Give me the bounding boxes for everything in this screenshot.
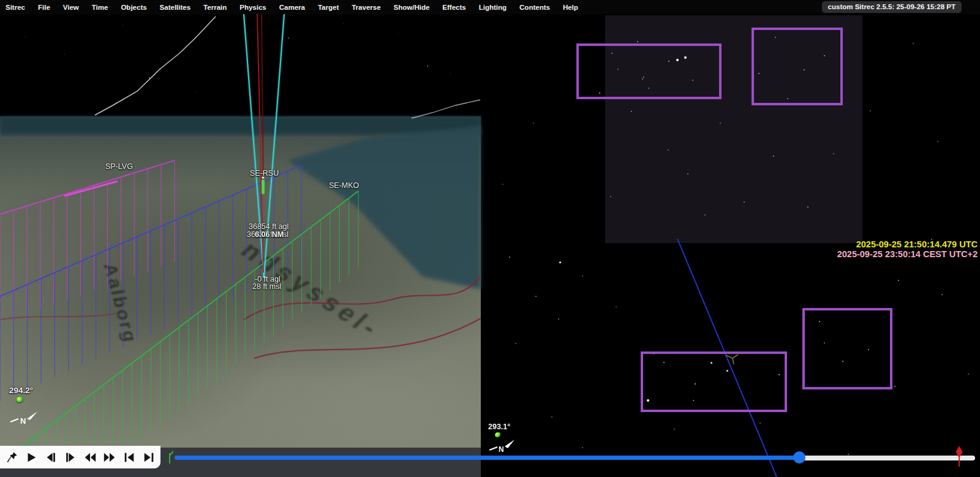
- track-label-semko: SE-MKO: [329, 181, 359, 190]
- menu-physics[interactable]: Physics: [239, 4, 266, 11]
- star: [913, 43, 914, 44]
- star: [898, 280, 899, 281]
- menu-time[interactable]: Time: [92, 4, 108, 11]
- star: [637, 41, 638, 42]
- menu-terrain[interactable]: Terrain: [203, 4, 227, 11]
- step-forward-button[interactable]: [62, 449, 78, 465]
- star: [398, 34, 399, 34]
- step-back-icon: [44, 451, 58, 464]
- star: [149, 77, 150, 78]
- star: [720, 122, 721, 124]
- star: [610, 196, 611, 197]
- star: [559, 261, 561, 263]
- step-forward-icon: [64, 451, 77, 464]
- star: [631, 111, 632, 112]
- star: [668, 149, 669, 151]
- star: [848, 454, 849, 455]
- star: [551, 416, 552, 418]
- menu-file[interactable]: File: [38, 4, 50, 11]
- menu-traverse[interactable]: Traverse: [352, 4, 380, 11]
- menu-target[interactable]: Target: [318, 4, 339, 11]
- timeline-track[interactable]: [799, 456, 975, 460]
- detection-box: [641, 351, 787, 412]
- menu-show-hide[interactable]: Show/Hide: [394, 4, 430, 11]
- star: [450, 73, 451, 74]
- menu-satellites[interactable]: Satellites: [160, 4, 191, 11]
- star: [760, 423, 761, 424]
- timeline-progress[interactable]: [175, 456, 799, 460]
- compass-heading-right: 293.1°: [488, 423, 510, 431]
- star: [509, 257, 510, 258]
- utc-timestamp: 2025-09-25 21:50:14.479 UTC: [856, 239, 978, 249]
- menu-contents[interactable]: Contents: [519, 4, 550, 11]
- terrain-map-view[interactable]: Aalborg ndsyssel-: [0, 116, 481, 448]
- target-agl-readout: 36854 ft agl: [249, 223, 288, 231]
- detection-box: [752, 28, 843, 105]
- star: [616, 306, 617, 307]
- star: [687, 173, 688, 175]
- menu-objects[interactable]: Objects: [121, 4, 146, 11]
- menu-view[interactable]: View: [63, 4, 79, 11]
- north-letter-right: N: [499, 445, 504, 454]
- star: [870, 110, 871, 111]
- star: [937, 141, 938, 142]
- fast-forward-button[interactable]: [102, 449, 118, 465]
- rewind-button[interactable]: [82, 449, 98, 465]
- play-icon: [24, 451, 38, 464]
- star: [535, 296, 537, 297]
- star: [288, 37, 289, 39]
- star: [833, 153, 834, 154]
- detection-box: [576, 43, 722, 99]
- playback-bar: [0, 446, 160, 468]
- jump-start-icon: [123, 451, 136, 464]
- fast-forward-icon: [102, 451, 117, 464]
- star: [502, 184, 503, 185]
- star: [773, 156, 774, 157]
- star: [941, 294, 943, 295]
- star: [196, 92, 197, 92]
- star: [582, 447, 583, 448]
- pin-icon: [5, 451, 18, 464]
- version-label: custom Sitrec 2.5.5: 25-09-26 15:28 PT: [822, 1, 962, 13]
- border-lines: [95, 17, 480, 118]
- timeline-handle[interactable]: [793, 451, 805, 464]
- pin-button[interactable]: [4, 449, 20, 465]
- track-label-splvg: SP-LVG: [105, 162, 133, 171]
- jump-start-button[interactable]: [121, 449, 137, 465]
- star: [343, 23, 344, 24]
- compass-heading-left: 294.2°: [9, 386, 33, 395]
- detection-box: [802, 308, 892, 389]
- star: [704, 214, 706, 216]
- jump-end-icon: [142, 451, 156, 464]
- ground-msl-readout: 28 ft msl: [252, 283, 281, 291]
- menu-effects[interactable]: Effects: [442, 4, 466, 11]
- compass-blob-right: [495, 432, 500, 437]
- menu-camera[interactable]: Camera: [279, 4, 305, 11]
- star: [123, 24, 123, 25]
- local-timestamp: 2025-09-25 23:50:14 CEST UTC+2: [837, 249, 978, 259]
- star: [582, 276, 583, 277]
- star: [968, 374, 969, 375]
- rewind-icon: [83, 451, 97, 464]
- star: [894, 386, 895, 387]
- menu-lighting[interactable]: Lighting: [479, 4, 507, 11]
- star: [558, 318, 559, 320]
- star: [515, 343, 516, 344]
- menu-help[interactable]: Help: [563, 4, 578, 11]
- menu-sitrec[interactable]: Sitrec: [6, 4, 25, 11]
- track-label-sersu: SE-RSU: [250, 169, 279, 178]
- map-city-label: Aalborg: [99, 262, 141, 345]
- star: [427, 66, 428, 67]
- jump-end-button[interactable]: [141, 449, 157, 465]
- star: [24, 37, 25, 37]
- star: [64, 54, 65, 54]
- compass-north-right: N: [489, 440, 514, 454]
- step-back-button[interactable]: [43, 449, 59, 465]
- star: [674, 429, 675, 430]
- target-range-readout: 6.06 NM: [255, 231, 284, 239]
- star: [533, 122, 534, 124]
- play-button[interactable]: [23, 449, 39, 465]
- star: [744, 201, 745, 203]
- star: [807, 206, 809, 208]
